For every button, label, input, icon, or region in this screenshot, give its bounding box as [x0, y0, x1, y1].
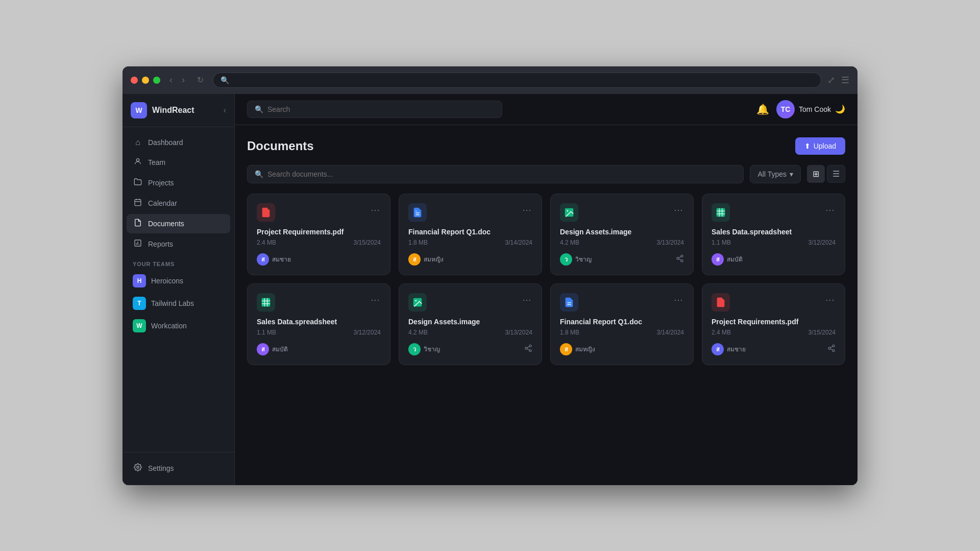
sidebar-item-label: Projects	[148, 179, 174, 187]
card-menu-button[interactable]: ⋯	[673, 293, 684, 306]
document-search-input[interactable]	[267, 170, 736, 178]
svg-line-35	[527, 346, 530, 348]
author-name: วิชาญ	[424, 344, 440, 354]
browser-nav-buttons: ‹ ›	[166, 74, 188, 86]
sidebar-item-label: Team	[148, 158, 165, 166]
document-author: ว วิชาญ	[560, 253, 592, 266]
browser-chrome: ‹ › ↻ 🔍 ⤢ ☰	[122, 66, 857, 94]
team-avatar-tailwindlabs: T	[133, 297, 146, 310]
user-name: Tom Cook	[799, 105, 831, 113]
url-bar[interactable]: 🔍	[213, 73, 821, 88]
document-card[interactable]: ⋯ Sales Data.spreadsheet 1.1 MB 3/12/202…	[702, 194, 845, 275]
card-footer: ส สมหญิง	[408, 253, 532, 266]
sidebar-item-dashboard[interactable]: ⌂ Dashboard	[127, 133, 230, 152]
teams-section-label: YOUR TEAMS	[127, 255, 230, 270]
view-toggle: ⊞ ☰	[807, 165, 845, 183]
svg-rect-24	[262, 298, 271, 306]
sidebar-item-projects[interactable]: Projects	[127, 173, 230, 193]
sidebar-item-team[interactable]: Team	[127, 153, 230, 172]
document-size: 1.8 MB	[408, 239, 428, 246]
card-menu-button[interactable]: ⋯	[824, 203, 836, 217]
document-size: 4.2 MB	[560, 239, 579, 246]
team-label: Heroicons	[151, 277, 183, 285]
card-menu-button[interactable]: ⋯	[521, 203, 532, 217]
sidebar-item-settings[interactable]: Settings	[127, 459, 230, 478]
card-header: ⋯	[712, 203, 836, 222]
document-date: 3/15/2024	[808, 329, 836, 336]
grid-view-button[interactable]: ⊞	[807, 165, 825, 183]
svg-point-38	[832, 345, 835, 347]
sidebar-logo: W WindReact ‹	[122, 94, 234, 127]
share-button[interactable]	[676, 254, 684, 264]
logo-icon: W	[131, 102, 147, 118]
upload-button[interactable]: ⬆ Upload	[795, 137, 845, 155]
document-date: 3/14/2024	[657, 329, 684, 336]
svg-point-33	[529, 350, 531, 352]
document-date: 3/13/2024	[505, 329, 532, 336]
sidebar-item-label: Documents	[148, 220, 184, 228]
document-card[interactable]: ⋯ Project Requirements.pdf 2.4 MB 3/15/2…	[702, 283, 845, 365]
document-search[interactable]: 🔍	[247, 165, 744, 183]
card-footer: ส สมหญิง	[560, 343, 684, 355]
card-menu-button[interactable]: ⋯	[370, 293, 381, 306]
sidebar-collapse-button[interactable]: ‹	[224, 106, 226, 115]
home-icon: ⌂	[133, 138, 143, 147]
document-card[interactable]: ⋯ Financial Report Q1.doc 1.8 MB 3/14/20…	[399, 194, 542, 275]
card-menu-button[interactable]: ⋯	[673, 203, 684, 217]
menu-icon[interactable]: ☰	[841, 75, 849, 86]
card-menu-button[interactable]: ⋯	[824, 293, 836, 306]
card-footer: ส สมบัติ	[257, 343, 381, 355]
document-meta: 1.1 MB 3/12/2024	[257, 329, 381, 336]
document-date: 3/12/2024	[808, 239, 836, 246]
dark-mode-icon[interactable]: 🌙	[835, 104, 845, 114]
team-avatar-heroicons: H	[133, 274, 146, 288]
svg-line-17	[679, 259, 681, 260]
team-avatar-workcation: W	[133, 319, 146, 332]
refresh-button[interactable]: ↻	[194, 74, 207, 86]
external-link-icon[interactable]: ⤢	[827, 75, 835, 86]
back-button[interactable]: ‹	[166, 74, 176, 86]
filter-label: All Types	[757, 170, 787, 178]
upload-label: Upload	[814, 142, 836, 150]
document-card[interactable]: ⋯ Design Assets.image 4.2 MB 3/13/2024 ว…	[399, 283, 542, 365]
card-menu-button[interactable]: ⋯	[521, 293, 532, 306]
share-button[interactable]	[524, 344, 532, 354]
share-button[interactable]	[827, 344, 836, 354]
forward-button[interactable]: ›	[179, 74, 188, 86]
document-author: ส สมชาย	[712, 343, 746, 355]
svg-point-15	[677, 257, 679, 259]
sidebar-item-documents[interactable]: Documents	[127, 214, 230, 233]
upload-icon: ⬆	[804, 142, 811, 150]
close-button[interactable]	[131, 77, 138, 84]
notification-button[interactable]: 🔔	[756, 103, 769, 115]
document-card[interactable]: ⋯ Project Requirements.pdf 2.4 MB 3/15/2…	[247, 194, 390, 275]
author-name: วิชาญ	[575, 254, 592, 264]
document-card[interactable]: ⋯ Financial Report Q1.doc 1.8 MB 3/14/20…	[550, 283, 694, 365]
reports-icon	[133, 239, 143, 249]
sidebar-item-workcation[interactable]: W Workcation	[127, 315, 230, 337]
user-profile[interactable]: TC Tom Cook 🌙	[776, 100, 845, 118]
search-icon: 🔍	[220, 76, 229, 84]
card-menu-button[interactable]: ⋯	[370, 203, 381, 217]
document-card[interactable]: ⋯ Sales Data.spreadsheet 1.1 MB 3/12/202…	[247, 283, 390, 365]
sidebar-item-calendar[interactable]: Calendar	[127, 194, 230, 213]
type-filter[interactable]: All Types ▾	[750, 165, 801, 183]
folder-icon	[133, 178, 143, 188]
maximize-button[interactable]	[153, 77, 160, 84]
minimize-button[interactable]	[142, 77, 149, 84]
topbar-search[interactable]: 🔍	[247, 101, 502, 118]
chevron-down-icon: ▾	[790, 170, 793, 178]
url-input[interactable]	[233, 76, 814, 84]
svg-point-39	[828, 347, 830, 349]
topbar-search-input[interactable]	[267, 105, 495, 113]
document-card[interactable]: ⋯ Design Assets.image 4.2 MB 3/13/2024 ว…	[550, 194, 694, 275]
sidebar-item-reports[interactable]: Reports	[127, 234, 230, 254]
file-type-icon	[408, 293, 427, 312]
sidebar-item-tailwindlabs[interactable]: T Tailwind Labs	[127, 293, 230, 314]
author-name: สมหญิง	[424, 254, 444, 264]
sidebar-item-heroicons[interactable]: H Heroicons	[127, 270, 230, 292]
list-view-button[interactable]: ☰	[827, 165, 845, 183]
svg-point-13	[567, 210, 568, 211]
document-name: Financial Report Q1.doc	[560, 318, 684, 326]
sidebar-nav: ⌂ Dashboard Team Projects	[122, 127, 234, 452]
